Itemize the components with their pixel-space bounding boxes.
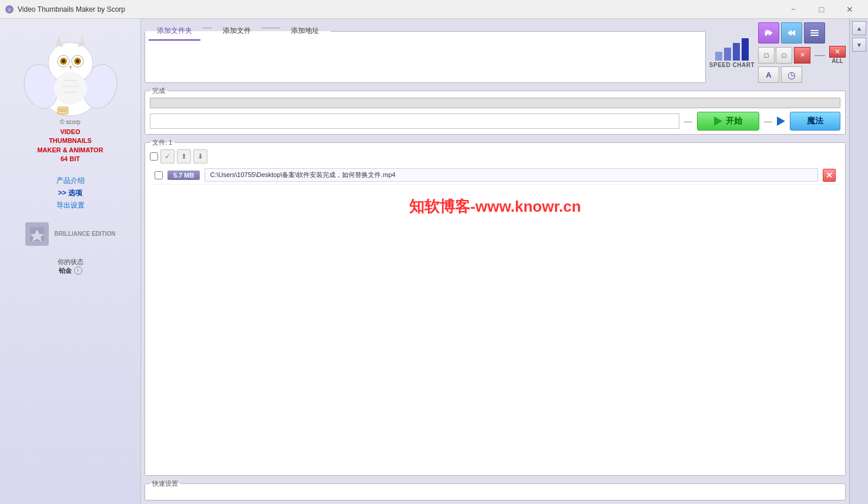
file-checkbox[interactable]	[155, 171, 163, 179]
square-btn-2[interactable]: □	[776, 47, 792, 64]
brilliance-text: BRILLIANCE EDITION	[55, 231, 116, 237]
select-all-checkbox[interactable]	[150, 152, 158, 161]
tab-add-file[interactable]: 添加文件	[215, 22, 259, 41]
logo-area: © scorp VIDEOTHUMBNAILSMAKER & ANIMATOR6…	[24, 25, 118, 164]
right-toolbar-buttons: □ □ ✕ — ✕ ALL A ◷	[758, 22, 846, 83]
owl-logo	[24, 25, 118, 119]
quick-settings-section: 快速设置	[145, 479, 846, 500]
scroll-down-button[interactable]: ▼	[852, 38, 866, 52]
file-check-btn[interactable]: ✓	[160, 149, 175, 163]
tab-add-url[interactable]: 添加地址	[283, 22, 327, 41]
maximize-button[interactable]: □	[808, 0, 835, 19]
sidebar: © scorp VIDEOTHUMBNAILSMAKER & ANIMATOR6…	[0, 19, 141, 504]
content-area: 添加文件夹 — 添加文件 —— 添加地址 SPEED CHART	[141, 19, 849, 504]
tab-add-folder[interactable]: 添加文件夹	[149, 22, 200, 41]
app-icon: V	[5, 5, 14, 14]
clock-button[interactable]: ◷	[781, 66, 802, 83]
brilliance-icon	[25, 222, 49, 246]
status-value: 铂金	[59, 266, 72, 275]
file-download-btn[interactable]: ⬇	[193, 149, 207, 163]
sq-btn-group: □ □	[758, 47, 792, 64]
square-btn-1[interactable]: □	[758, 47, 775, 64]
completion-input[interactable]	[150, 114, 679, 129]
nav-export-settings[interactable]: 导出设置	[56, 201, 85, 211]
top-row: 添加文件夹 — 添加文件 —— 添加地址 SPEED CHART	[145, 22, 846, 83]
window-controls: － □ ✕	[780, 0, 863, 19]
completion-legend: 完成	[150, 86, 167, 95]
svg-point-12	[62, 59, 65, 63]
play-arrow-blue-icon	[777, 116, 785, 126]
toolbar-row-1	[758, 22, 846, 44]
separator: —	[812, 49, 827, 61]
completion-section: 完成 — 开始 — 魔法	[145, 86, 846, 135]
file-upload-btn[interactable]: ⬆	[177, 149, 191, 163]
table-row: 5.7 MB C:\Users\10755\Desktop\备案\软件安装完成，…	[150, 166, 840, 185]
file-size: 5.7 MB	[167, 171, 200, 180]
all-close-group: ✕ ALL	[829, 46, 846, 64]
svg-marker-26	[769, 30, 773, 36]
main-container: © scorp VIDEOTHUMBNAILSMAKER & ANIMATOR6…	[0, 19, 868, 504]
nav-links: 产品介绍 >> 选项 导出设置	[0, 176, 140, 211]
svg-rect-19	[58, 107, 68, 114]
action-row: — 开始 — 魔法	[150, 112, 840, 131]
close-x-button[interactable]: ✕	[794, 47, 810, 64]
watermark-text: 知软博客-www.knowr.cn	[150, 185, 840, 229]
nav-product-intro[interactable]: 产品介绍	[56, 176, 85, 186]
toolbar-row-2: □ □ ✕ — ✕ ALL	[758, 46, 846, 64]
svg-point-13	[76, 59, 79, 63]
speed-bar-3	[733, 43, 740, 61]
close-button[interactable]: ✕	[836, 0, 863, 19]
app-title: VIDEOTHUMBNAILSMAKER & ANIMATOR64 BIT	[37, 128, 103, 164]
svg-rect-30	[810, 32, 819, 34]
close-all-button[interactable]: ✕	[829, 46, 846, 58]
progress-bar-container	[150, 98, 840, 108]
your-status-label: 你的状态	[58, 258, 83, 266]
svg-marker-6	[56, 36, 63, 47]
title-bar: V Video Thumbnails Maker by Scorp － □ ✕	[0, 0, 868, 19]
text-format-button[interactable]: A	[758, 66, 779, 83]
file-remove-button[interactable]: ✕	[823, 169, 836, 182]
speed-chart-label: SPEED CHART	[709, 62, 755, 68]
quick-settings-legend: 快速设置	[150, 479, 180, 488]
svg-marker-27	[791, 30, 795, 36]
svg-rect-29	[810, 30, 819, 31]
speed-bar-2	[724, 48, 731, 61]
magic-button[interactable]: 魔法	[790, 112, 840, 131]
files-section: 文件: 1 ✓ ⬆ ⬇ 5.7 MB C:\Users\10755\Deskto…	[145, 138, 846, 476]
toolbar-row-3: A ◷	[758, 66, 846, 83]
backward-button[interactable]	[781, 22, 802, 44]
play-arrow-green-icon	[714, 116, 722, 126]
speed-chart-icon	[715, 37, 749, 61]
svg-text:V: V	[8, 7, 11, 12]
file-path: C:\Users\10755\Desktop\备案\软件安装完成，如何替换文件.…	[205, 168, 818, 182]
status-section: 你的状态 铂金 i	[58, 258, 83, 275]
tab-fieldset: 添加文件夹 — 添加文件 —— 添加地址	[145, 22, 706, 83]
files-toolbar: ✓ ⬆ ⬇	[150, 149, 840, 163]
scorp-label: © scorp	[60, 119, 81, 125]
menu-button[interactable]	[804, 22, 825, 44]
nav-options[interactable]: >> 选项	[58, 188, 82, 198]
window-title: Video Thumbnails Maker by Scorp	[18, 5, 780, 14]
scroll-up-button[interactable]: ▲	[852, 21, 866, 35]
svg-point-15	[54, 72, 87, 105]
forward-button[interactable]	[758, 22, 779, 44]
all-label: ALL	[832, 58, 843, 64]
connector-line-1: —	[684, 116, 692, 126]
speed-chart-button[interactable]: SPEED CHART	[709, 22, 755, 83]
speed-bar-1	[715, 52, 722, 61]
files-legend: 文件: 1	[150, 138, 175, 147]
svg-marker-28	[787, 30, 792, 36]
brilliance-section: BRILLIANCE EDITION	[14, 222, 128, 246]
minimize-button[interactable]: －	[780, 0, 807, 19]
svg-rect-31	[810, 35, 819, 36]
svg-marker-7	[78, 36, 85, 47]
speed-bar-4	[742, 38, 749, 61]
start-button[interactable]: 开始	[697, 112, 759, 131]
info-icon[interactable]: i	[74, 266, 82, 275]
connector-line-2: —	[764, 116, 772, 126]
right-scrollbar: ▲ ▼	[849, 19, 868, 504]
